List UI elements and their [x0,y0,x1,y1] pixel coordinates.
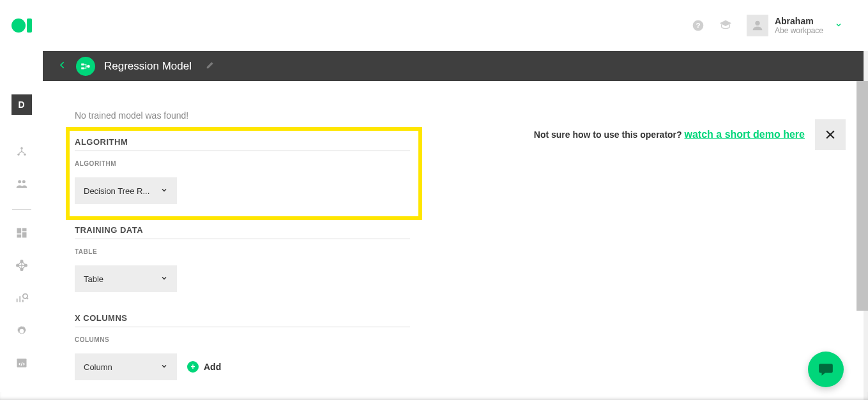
edit-title-button[interactable] [206,61,215,72]
code-icon[interactable] [15,357,28,372]
algorithm-select[interactable]: Decision Tree R... [75,177,177,204]
svg-text:?: ? [696,21,700,29]
nodes-icon[interactable] [15,145,28,161]
chat-button[interactable] [808,352,844,387]
content: No trained model was found! Not sure how… [43,81,864,400]
title-bar: Regression Model [43,51,864,81]
logo-bar-icon [27,19,32,33]
svg-rect-19 [81,67,84,69]
add-label: Add [204,362,221,372]
svg-rect-10 [22,232,26,237]
algorithm-label: ALGORITHM [75,160,410,167]
svg-rect-18 [81,63,84,65]
user-name: Abraham [775,16,823,26]
svg-point-6 [18,180,21,183]
algorithm-section: ALGORITHM ALGORITHM Decision Tree R... [75,137,410,204]
x-columns-section: X COLUMNS COLUMNS Column + Add [75,313,410,380]
close-hint-button[interactable] [815,119,846,150]
table-select[interactable]: Table [75,265,177,292]
top-header: ? Abraham Abe workpace [0,0,868,51]
demo-link[interactable]: watch a short demo here [685,129,805,140]
sidebar: D [0,51,43,400]
users-icon[interactable] [15,177,29,193]
model-icon [76,57,95,76]
svg-rect-11 [17,235,21,238]
header-right: ? Abraham Abe workpace [692,15,842,36]
graph-icon[interactable] [15,258,29,275]
no-model-message: No trained model was found! [75,110,188,121]
svg-point-2 [755,20,759,25]
svg-point-5 [24,154,26,156]
bottom-shadow [0,392,868,400]
columns-label: COLUMNS [75,336,410,343]
logo[interactable] [11,19,32,33]
user-workspace: Abe workpace [775,26,823,35]
back-button[interactable] [58,59,67,73]
training-data-header: TRAINING DATA [75,225,410,239]
analytics-icon[interactable] [15,292,29,308]
graduation-icon[interactable] [719,19,733,33]
plus-icon: + [187,361,199,373]
table-label: TABLE [75,248,410,255]
add-column-button[interactable]: + Add [187,361,221,373]
help-icon[interactable]: ? [692,19,704,32]
chevron-down-icon [160,186,168,196]
scrollbar-thumb-inner[interactable] [861,128,868,242]
svg-point-7 [22,180,25,183]
gear-icon[interactable] [15,325,28,340]
dashboard-icon[interactable] [15,226,28,242]
svg-point-4 [17,154,19,156]
svg-rect-8 [17,228,21,233]
avatar [747,15,768,36]
training-data-section: TRAINING DATA TABLE Table [75,225,410,292]
chevron-down-icon [160,274,168,284]
svg-rect-9 [22,228,26,232]
column-select[interactable]: Column [75,353,177,380]
chevron-down-icon [160,362,168,372]
algorithm-header: ALGORITHM [75,137,410,151]
user-menu[interactable]: Abraham Abe workpace [747,15,842,36]
svg-point-3 [20,147,22,149]
chevron-down-icon [835,20,842,31]
algorithm-select-value: Decision Tree R... [84,186,149,196]
page-title: Regression Model [104,60,192,73]
x-columns-header: X COLUMNS [75,313,410,327]
hint-text: Not sure how to use this operator? [534,130,685,140]
demo-hint: Not sure how to use this operator? watch… [534,119,846,150]
sidebar-project-badge[interactable]: D [11,94,32,115]
column-select-value: Column [84,362,112,372]
table-select-value: Table [84,274,103,284]
logo-circle-icon [11,19,26,33]
sidebar-divider [12,209,31,210]
